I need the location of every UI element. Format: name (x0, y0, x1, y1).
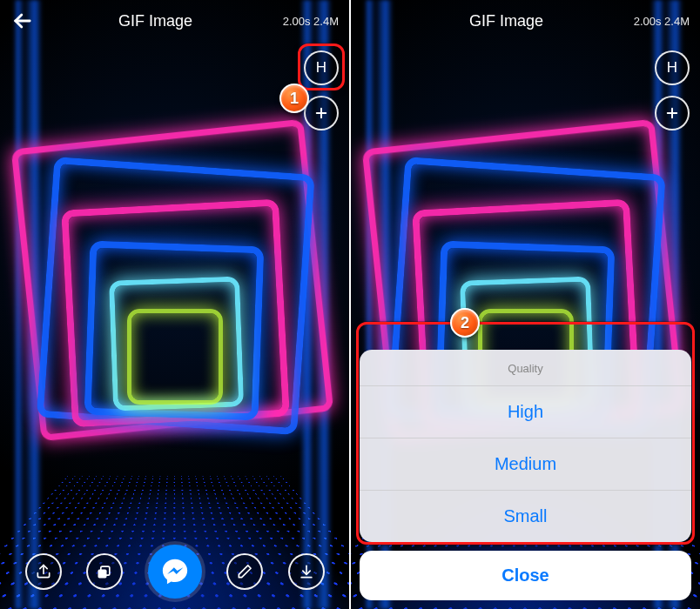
download-button[interactable] (288, 553, 325, 590)
quality-button[interactable]: H (304, 50, 339, 85)
back-arrow-icon (10, 9, 35, 33)
page-meta: 2.00s 2.4M (276, 15, 339, 28)
svg-rect-0 (98, 570, 107, 579)
quality-letter-icon: H (667, 59, 677, 77)
meta-duration: 2.00s (283, 15, 311, 28)
screen-left: GIF Image 2.00s 2.4M H 1 (0, 0, 349, 609)
header-bar: GIF Image 2.00s 2.4M (0, 0, 349, 42)
plus-icon (664, 105, 680, 121)
messenger-icon (160, 557, 190, 586)
meta-size: 2.4M (664, 15, 690, 28)
plus-icon (313, 105, 329, 121)
download-icon (298, 563, 315, 580)
sheet-title: Quality (360, 350, 691, 385)
page-title: GIF Image (386, 12, 627, 30)
side-actions: H (655, 50, 690, 130)
side-actions: H (304, 50, 339, 130)
meta-size: 2.4M (313, 15, 339, 28)
header-bar: GIF Image 2.00s 2.4M (351, 0, 700, 42)
share-button[interactable] (25, 553, 62, 590)
pencil-icon (236, 563, 253, 580)
quality-sheet-container: Quality High Medium Small Close (360, 350, 691, 600)
sheet-option-medium[interactable]: Medium (360, 438, 691, 490)
page-meta: 2.00s 2.4M (627, 15, 690, 28)
quality-letter-icon: H (316, 59, 326, 77)
quality-button[interactable]: H (655, 50, 690, 85)
sheet-close-button[interactable]: Close (360, 551, 691, 600)
quality-action-sheet: Quality High Medium Small (360, 350, 691, 542)
messenger-button[interactable] (148, 545, 202, 599)
screen-right: GIF Image 2.00s 2.4M H Quality High Medi… (351, 0, 700, 609)
edit-button[interactable] (226, 553, 263, 590)
layers-icon (96, 563, 113, 580)
layers-button[interactable] (86, 553, 123, 590)
sheet-option-small[interactable]: Small (360, 490, 691, 542)
sheet-option-high[interactable]: High (360, 385, 691, 438)
gif-preview-background (0, 0, 349, 609)
meta-duration: 2.00s (634, 15, 662, 28)
share-icon (35, 563, 52, 580)
add-button[interactable] (304, 96, 339, 130)
bottom-toolbar (0, 545, 349, 599)
back-button[interactable] (10, 9, 35, 33)
add-button[interactable] (655, 96, 690, 130)
page-title: GIF Image (35, 12, 276, 30)
